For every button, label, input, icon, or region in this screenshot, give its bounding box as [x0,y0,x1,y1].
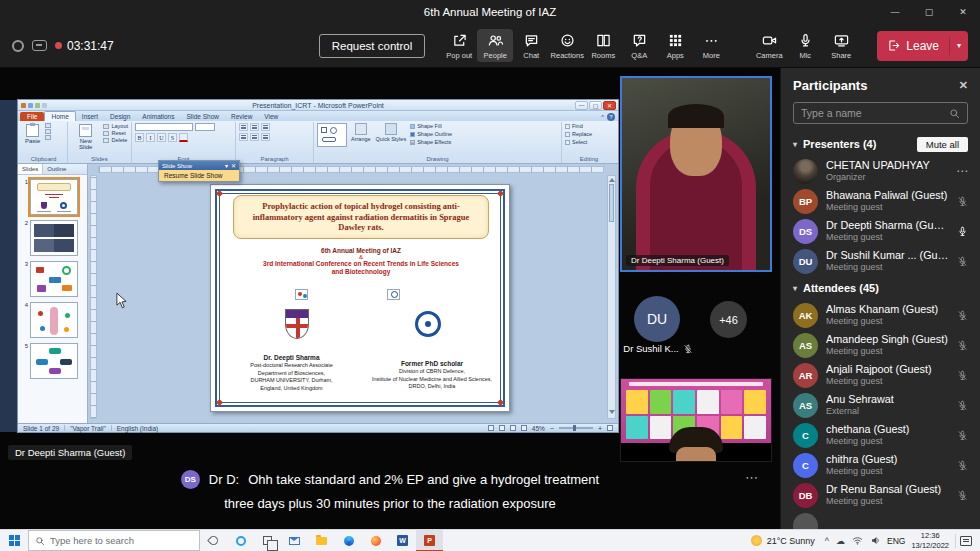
close-button[interactable]: ✕ [946,0,980,24]
popout-button[interactable]: Pop out [441,29,477,62]
overflow-count[interactable]: +46 [710,301,747,338]
wifi-icon[interactable] [852,535,863,546]
mic-off-icon[interactable] [957,430,968,441]
satellite-app-button[interactable] [200,530,227,551]
shapes-gallery[interactable] [317,123,347,147]
weather-widget[interactable]: 21°C Sunny [751,535,815,546]
panel-close-icon[interactable]: ✕ [959,79,968,92]
mic-off-icon[interactable] [957,490,968,501]
align-center-button[interactable] [250,133,259,141]
apps-button[interactable]: Apps [657,29,693,62]
mic-off-icon[interactable] [957,310,968,321]
cut-icon[interactable] [45,123,51,128]
ppt-tab-home[interactable]: Home [44,111,75,121]
shadow-button[interactable]: S [168,133,177,142]
row-more-icon[interactable]: ⋯ [956,164,968,178]
ppt-tab-slideshow[interactable]: Slide Show [180,112,225,121]
powerpoint-button[interactable]: P [416,530,443,551]
ribbon-collapse-icon[interactable]: ^ [601,114,604,120]
zoom-slider[interactable] [559,427,593,429]
find-button[interactable]: Find [565,123,592,129]
layout-button[interactable]: Layout [103,123,128,129]
shape-effects-button[interactable]: Shape Effects [410,139,452,145]
task-view-button[interactable] [254,530,281,551]
taskbar-clock[interactable]: 12:36 13/12/2022 [911,531,949,550]
share-button[interactable]: Share [823,29,859,62]
mail-button[interactable] [281,530,308,551]
rooms-button[interactable]: Rooms [585,29,621,62]
normal-view-button[interactable] [488,425,494,431]
participant-row[interactable]: DS Dr Deepti Sharma (Guest) Meeting gues… [781,216,980,246]
font-size-box[interactable] [195,123,215,131]
participant-row[interactable]: DB Dr Renu Bansal (Guest) Meeting guest [781,480,980,510]
ppt-tab-insert[interactable]: Insert [76,112,104,121]
help-icon[interactable]: ? [607,113,615,121]
quick-styles-button[interactable]: Quick Styles [375,123,408,154]
presenters-section-header[interactable]: ▾ Presenters (4) Mute all [781,132,980,156]
slideshow-view-button[interactable] [521,425,527,431]
mic-off-icon[interactable] [957,256,968,267]
camera-button[interactable]: Camera [751,29,787,62]
ppt-tab-view[interactable]: View [258,112,284,121]
participant-row[interactable]: C chethana (Guest) Meeting guest [781,420,980,450]
mic-off-icon[interactable] [957,370,968,381]
participant-row-partial[interactable] [781,510,980,529]
ppt-tab-review[interactable]: Review [225,112,258,121]
onedrive-cloud-icon[interactable]: ☁ [836,536,845,546]
participant-row[interactable]: AR Anjali Rajpoot (Guest) Meeting guest [781,360,980,390]
video-tile-presenter[interactable] [620,378,772,462]
popup-dropdown-icon[interactable]: ▾ [225,162,228,169]
slide-thumbnail-1[interactable] [30,179,78,215]
ppt-close-button[interactable]: ✕ [603,101,616,110]
qa-button[interactable]: Q&A [621,29,657,62]
new-slide-button[interactable]: New Slide [71,123,100,154]
replace-button[interactable]: Replace [565,131,592,137]
resume-slideshow-item[interactable]: Resume Slide Show [159,170,239,181]
shape-outline-button[interactable]: Shape Outline [410,131,452,137]
font-color-button[interactable] [179,133,188,142]
ppt-quick-access-toolbar[interactable] [21,103,47,108]
reactions-button[interactable]: Reactions [549,29,585,62]
slide-thumbnail-2[interactable] [30,220,78,256]
arrange-button[interactable]: Arrange [350,123,372,154]
slide-title-box[interactable]: Prophylactic action of topical hydrogel … [233,195,489,239]
paste-button[interactable]: Paste [23,123,42,154]
mic-off-icon[interactable] [957,400,968,411]
participant-row[interactable]: AS Anu Sehrawat External [781,390,980,420]
video-tile-deepti[interactable]: Dr Deepti Sharma (Guest) [620,76,772,272]
slide-thumbnail-3[interactable] [30,261,78,297]
more-button[interactable]: ⋯ More [693,29,729,62]
font-name-box[interactable] [135,123,193,131]
delete-button[interactable]: Delete [103,137,128,143]
participant-row[interactable]: AK Almas Khanam (Guest) Meeting guest [781,300,980,330]
attendees-section-header[interactable]: ▾ Attendees (45) [781,276,980,300]
align-left-button[interactable] [239,133,248,141]
people-button[interactable]: People [477,29,513,62]
format-painter-icon[interactable] [45,135,51,140]
participant-row[interactable]: AS Amandeep Singh (Guest) Meeting guest [781,330,980,360]
numbering-button[interactable] [250,123,259,131]
mic-off-icon[interactable] [957,196,968,207]
maximize-button[interactable]: ▢ [912,0,946,24]
bullets-button[interactable] [239,123,248,131]
fit-to-window-button[interactable] [607,425,613,431]
ppt-file-tab[interactable]: File [20,112,44,121]
taskbar-search-input[interactable] [50,535,193,546]
leave-button[interactable]: Leave [877,39,949,53]
slides-tab[interactable]: Slides [18,164,43,174]
ppt-tab-animations[interactable]: Animations [136,112,180,121]
word-button[interactable]: W [389,530,416,551]
avatar-du[interactable]: DU [634,296,680,342]
select-button[interactable]: Select [565,139,592,145]
popup-close-icon[interactable]: ✕ [231,162,236,169]
align-right-button[interactable] [261,133,270,141]
ppt-maximize-button[interactable]: ▢ [589,101,602,110]
indent-button[interactable] [261,123,270,131]
underline-button[interactable]: U [157,133,166,142]
participant-row[interactable]: DU Dr Sushil Kumar ... (Guest) Meeting g… [781,246,980,276]
reading-view-button[interactable] [510,425,516,431]
file-explorer-button[interactable] [308,530,335,551]
mic-button[interactable]: Mic [787,29,823,62]
shape-fill-button[interactable]: Shape Fill [410,123,452,129]
mic-off-icon[interactable] [957,340,968,351]
